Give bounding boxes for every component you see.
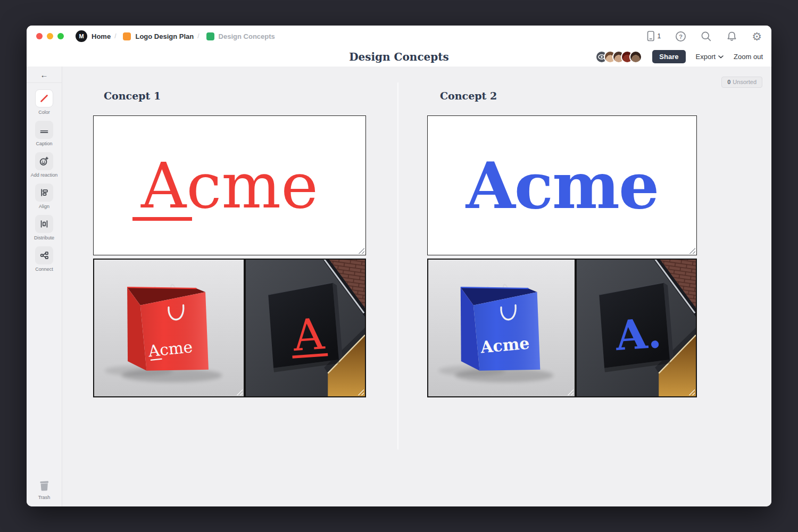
question-icon: ? <box>675 31 686 42</box>
traffic-light-close-button[interactable] <box>36 33 43 39</box>
export-button[interactable]: Export <box>696 53 724 61</box>
breadcrumb-current-page: Design Concepts <box>219 32 275 40</box>
board-canvas[interactable]: 0Unsorted Concept 1 Acme <box>62 66 771 506</box>
breadcrumb-home-link[interactable]: Home <box>92 32 111 40</box>
concept-column-heading[interactable]: Concept 1 <box>104 90 161 102</box>
logo-wordmark: Acme <box>141 154 318 217</box>
share-button[interactable]: Share <box>652 50 685 63</box>
help-button[interactable]: ? <box>675 31 686 42</box>
tool-list: Color Caption <box>27 89 62 272</box>
board-header: Design Concepts Share Export <box>27 47 771 66</box>
export-label: Export <box>696 53 716 61</box>
collaborator-avatar[interactable] <box>629 51 642 63</box>
distribute-icon <box>39 219 49 229</box>
desktop-background: { "colors": { "concept1_accent": "#EF3C3… <box>0 0 798 532</box>
settings-button[interactable]: ⚙ <box>752 31 762 42</box>
milanote-logo[interactable]: M <box>76 30 87 42</box>
logo-card-concept2[interactable]: Acme <box>427 115 697 255</box>
breadcrumb-separator: / <box>197 32 199 40</box>
resize-handle[interactable] <box>358 247 364 254</box>
bag-mockup-card-concept2[interactable]: Acme <box>427 259 576 397</box>
tool-label: Caption <box>36 141 52 146</box>
tool-label: Distribute <box>34 235 54 240</box>
search-button[interactable] <box>701 31 712 42</box>
logo-wordmark: Acme <box>466 154 659 218</box>
traffic-light-minimize-button[interactable] <box>47 33 53 39</box>
bag-mockup-card-concept1[interactable]: Acme <box>93 259 245 397</box>
device-count: 1 <box>657 32 661 40</box>
search-icon <box>701 31 712 42</box>
column-divider <box>397 82 398 450</box>
align-icon <box>39 188 49 197</box>
resize-handle[interactable] <box>688 247 695 254</box>
breadcrumb: Home / Logo Design Plan / Design Concept… <box>87 32 275 40</box>
tool-label: Color <box>38 110 50 115</box>
back-arrow-icon: ← <box>40 70 48 79</box>
collapse-toolbar-button[interactable]: ← <box>27 66 62 83</box>
svg-text:A.: A. <box>613 309 663 360</box>
logo-card-concept1[interactable]: Acme <box>93 115 366 255</box>
tool-color[interactable]: Color <box>35 89 53 115</box>
titlebar-actions: 1 ? ⚙ <box>647 31 762 42</box>
app-body: ← Color <box>27 66 771 506</box>
trash-label: Trash <box>38 495 51 500</box>
board-icon-green <box>206 32 214 40</box>
titlebar: M Home / Logo Design Plan / Design Conce… <box>27 26 771 47</box>
breadcrumb-board-link[interactable]: Logo Design Plan <box>135 32 194 40</box>
tool-add-reaction[interactable]: Add reaction <box>31 152 58 178</box>
sign-mockup-card-concept1[interactable]: A <box>245 259 366 397</box>
sign-mockup-card-concept2[interactable]: A. <box>576 259 697 397</box>
tool-align[interactable]: Align <box>35 184 53 209</box>
add-reaction-icon <box>39 156 49 167</box>
color-icon <box>39 94 49 103</box>
gear-icon: ⚙ <box>752 31 762 42</box>
tool-connect[interactable]: Connect <box>35 246 53 272</box>
collaborator-avatars <box>595 51 642 63</box>
svg-text:A: A <box>291 309 327 361</box>
tool-label: Align <box>39 204 49 209</box>
unsorted-label: Unsorted <box>733 79 757 85</box>
unsorted-badge[interactable]: 0Unsorted <box>721 77 762 88</box>
app-window: M Home / Logo Design Plan / Design Conce… <box>27 26 771 506</box>
svg-text:?: ? <box>679 33 683 39</box>
mobile-devices-button[interactable]: 1 <box>647 31 661 41</box>
connect-icon <box>39 251 49 260</box>
logo-underline <box>132 217 192 221</box>
tool-label: Connect <box>35 267 53 272</box>
tool-label: Add reaction <box>31 172 58 178</box>
tool-distribute[interactable]: Distribute <box>34 215 54 240</box>
phone-icon <box>647 31 655 41</box>
trash-drop-target[interactable]: Trash <box>27 479 62 500</box>
bell-icon <box>726 31 737 42</box>
chevron-down-icon <box>718 55 724 59</box>
zoom-out-button[interactable]: Zoom out <box>734 53 763 61</box>
toolbar-sidebar: ← Color <box>27 66 62 506</box>
notifications-button[interactable] <box>726 31 737 42</box>
unsorted-count: 0 <box>727 79 730 85</box>
storefront-sign-mockup: A. <box>577 260 696 396</box>
caption-icon <box>39 125 49 135</box>
traffic-light-maximize-button[interactable] <box>57 33 64 39</box>
storefront-sign-mockup: A <box>246 260 365 396</box>
tool-caption[interactable]: Caption <box>35 121 53 146</box>
board-icon-orange <box>123 32 131 40</box>
shopping-bag-mockup: Acme <box>94 260 244 396</box>
shopping-bag-mockup: Acme <box>428 260 575 396</box>
trash-icon <box>37 479 51 493</box>
breadcrumb-separator: / <box>114 32 116 40</box>
header-actions: Share Export Zoom out <box>595 47 763 66</box>
concept-column-heading[interactable]: Concept 2 <box>440 90 497 102</box>
